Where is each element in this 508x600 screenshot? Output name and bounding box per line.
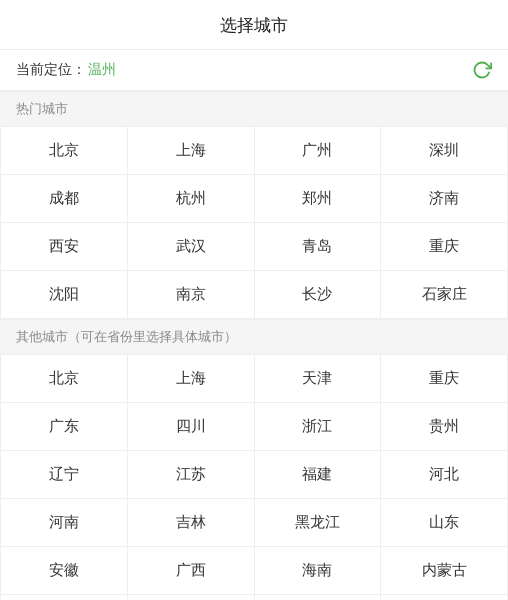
other-city-cell[interactable]: 河北 [381,451,508,499]
other-city-cell[interactable]: 福建 [255,451,382,499]
hot-city-cell[interactable]: 南京 [128,271,255,319]
other-cities-grid: 北京上海天津重庆广东四川浙江贵州辽宁江苏福建河北河南吉林黑龙江山东安徽广西海南内… [0,355,508,600]
refresh-button[interactable] [472,60,492,80]
other-city-cell[interactable]: 山西 [1,595,128,600]
hot-city-cell[interactable]: 成都 [1,175,128,223]
page-header: 选择城市 [0,0,508,50]
page-title: 选择城市 [220,16,288,35]
other-city-cell[interactable]: 宁夏 [128,595,255,600]
refresh-icon [472,60,492,80]
other-city-cell[interactable]: 吉林 [128,499,255,547]
hot-city-cell[interactable]: 济南 [381,175,508,223]
hot-city-cell[interactable]: 深圳 [381,127,508,175]
other-city-cell[interactable]: 陕西 [381,595,508,600]
location-city: 温州 [88,61,116,79]
other-city-cell[interactable]: 江苏 [128,451,255,499]
other-city-cell[interactable]: 天津 [255,355,382,403]
other-section-header: 其他城市（可在省份里选择具体城市） [0,319,508,355]
other-city-cell[interactable]: 浙江 [255,403,382,451]
other-city-cell[interactable]: 重庆 [381,355,508,403]
hot-city-cell[interactable]: 西安 [1,223,128,271]
other-city-cell[interactable]: 黑龙江 [255,499,382,547]
hot-city-cell[interactable]: 杭州 [128,175,255,223]
hot-section-header: 热门城市 [0,91,508,127]
other-city-cell[interactable]: 安徽 [1,547,128,595]
hot-city-cell[interactable]: 石家庄 [381,271,508,319]
hot-city-cell[interactable]: 广州 [255,127,382,175]
hot-city-cell[interactable]: 北京 [1,127,128,175]
other-city-cell[interactable]: 四川 [128,403,255,451]
other-city-cell[interactable]: 山东 [381,499,508,547]
other-city-cell[interactable]: 广东 [1,403,128,451]
other-city-cell[interactable]: 海南 [255,547,382,595]
hot-cities-grid: 北京上海广州深圳成都杭州郑州济南西安武汉青岛重庆沈阳南京长沙石家庄 [0,127,508,319]
other-city-cell[interactable]: 上海 [128,355,255,403]
hot-city-cell[interactable]: 重庆 [381,223,508,271]
location-bar: 当前定位： 温州 [0,50,508,91]
other-city-cell[interactable]: 甘肃 [255,595,382,600]
other-city-cell[interactable]: 内蒙古 [381,547,508,595]
hot-city-cell[interactable]: 长沙 [255,271,382,319]
other-city-cell[interactable]: 贵州 [381,403,508,451]
other-city-cell[interactable]: 河南 [1,499,128,547]
location-label: 当前定位： [16,61,86,79]
hot-city-cell[interactable]: 上海 [128,127,255,175]
other-city-cell[interactable]: 辽宁 [1,451,128,499]
hot-city-cell[interactable]: 青岛 [255,223,382,271]
other-city-cell[interactable]: 北京 [1,355,128,403]
other-city-cell[interactable]: 广西 [128,547,255,595]
hot-city-cell[interactable]: 沈阳 [1,271,128,319]
hot-city-cell[interactable]: 武汉 [128,223,255,271]
hot-city-cell[interactable]: 郑州 [255,175,382,223]
